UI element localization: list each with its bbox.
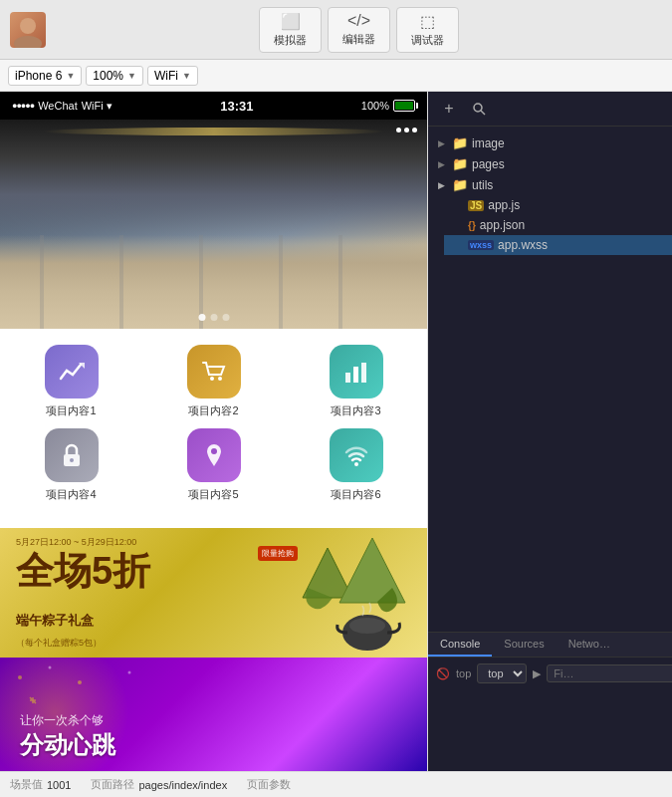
lock-icon [57,440,87,470]
icon-box-6 [330,428,383,482]
editor-label: 编辑器 [342,32,375,47]
ad-badge: 限量抢购 [258,546,298,561]
tree-arrow-utils: ▶ [438,180,448,190]
zongzi-illustration [298,528,417,658]
icon-item-6[interactable]: 项目内容6 [302,428,411,502]
simulator-icon: ⬜ [281,12,301,31]
top-label: top [456,667,471,679]
tree-folder-utils[interactable]: ▶ 📁 utils [428,174,672,195]
icon-item-3[interactable]: 项目内容3 [302,345,411,418]
tree-file-appjson[interactable]: ▶ {} app.json [444,215,672,235]
icon-box-3 [330,345,383,398]
bar-chart-icon [341,357,371,387]
ad-main-text: 全场5折 [16,552,150,590]
console-body: 🚫 top top ▶ [428,658,672,771]
filter-icon: ▶ [533,667,541,680]
banner-ceiling [0,120,427,245]
svg-rect-3 [119,235,123,330]
device-arrow-icon: ▼ [66,71,75,81]
folder-icon-image: 📁 [452,135,468,150]
js-icon: JS [468,200,484,211]
main-content: ●●●●● WeChat WiFi ▾ 13:31 100% [0,92,672,771]
banner-dot-2 [210,314,217,321]
phone-simulator: ●●●●● WeChat WiFi ▾ 13:31 100% [0,92,428,771]
svg-point-0 [20,18,36,34]
tab-console[interactable]: Console [428,633,492,657]
tree-file-appwxss[interactable]: ▶ wxss app.wxss [444,235,672,255]
scene-val: 1001 [47,779,71,791]
location-icon [199,440,229,470]
ad-sub-text: 端午粽子礼盒 [16,612,94,630]
add-file-button[interactable]: + [438,98,460,120]
tree-folder-image[interactable]: ▶ 📁 image [428,133,672,153]
filter-input[interactable] [547,664,672,682]
simulator-label: 模拟器 [274,33,307,48]
ad-banner-promo[interactable]: 让你一次杀个够 分动心跳 [0,658,427,771]
svg-point-23 [18,675,22,679]
svg-line-39 [481,111,485,115]
tree-name-appwxss: app.wxss [498,238,548,252]
tree-arrow-pages: ▶ [438,159,448,169]
icons-grid: 项目内容1 项目内容2 [0,329,427,528]
cart-icon [199,357,229,387]
params-key: 页面参数 [247,777,291,792]
banner-dot-1 [198,314,205,321]
tab-network[interactable]: Netwo… [557,633,622,657]
wifi-icon: WiFi ▾ [82,100,112,113]
svg-rect-11 [353,367,358,383]
ad2-text2: 分动心跳 [20,729,115,761]
avatar [10,12,46,48]
status-scene: 场景值 1001 [10,777,71,792]
tree-name-image: image [472,136,505,150]
icon-item-1[interactable]: 项目内容1 [17,345,126,418]
tree-file-appjs[interactable]: ▶ JS app.js [444,195,672,215]
icon-item-4[interactable]: 项目内容4 [17,428,126,502]
network-arrow-icon: ▼ [182,71,191,81]
block-icon: 🚫 [436,667,450,680]
banner-slider[interactable] [0,120,427,329]
ad-date: 5月27日12:00 ~ 5月29日12:00 [16,536,136,549]
svg-point-24 [49,666,52,669]
network-select[interactable]: WiFi ▼ [147,66,198,86]
svg-point-38 [474,104,482,112]
svg-marker-19 [339,538,405,603]
network-value: WiFi [154,69,178,83]
status-time: 13:31 [112,99,361,114]
tree-folder-pages[interactable]: ▶ 📁 pages [428,153,672,174]
debugger-button[interactable]: ⬚ 调试器 [396,7,459,53]
status-params: 页面参数 [247,777,291,792]
tab-sources[interactable]: Sources [492,633,556,657]
svg-point-22 [349,618,385,634]
context-select[interactable]: top [477,664,527,683]
banner-menu [396,128,417,133]
editor-button[interactable]: </> 编辑器 [328,7,390,53]
banner-lights [43,128,384,135]
icon-item-2[interactable]: 项目内容2 [159,345,269,418]
icon-box-4 [45,428,99,482]
svg-point-16 [354,462,358,466]
json-icon: {} [468,220,476,231]
svg-rect-2 [40,235,44,330]
icon-label-2: 项目内容2 [188,403,238,418]
phone-status-bar: ●●●●● WeChat WiFi ▾ 13:31 100% [0,92,427,120]
status-path: 页面路径 pages/index/index [91,777,227,792]
console-row-top: 🚫 top top ▶ [436,664,664,683]
zoom-select[interactable]: 100% ▼ [86,66,143,86]
icon-label-3: 项目内容3 [331,403,380,418]
simulator-button[interactable]: ⬜ 模拟器 [259,7,322,53]
wxss-icon: wxss [468,240,494,250]
folder-icon-pages: 📁 [452,156,468,171]
icon-item-5[interactable]: 项目内容5 [159,428,269,502]
chart-icon [57,357,87,387]
tree-name-appjson: app.json [480,218,525,232]
signal-icon: ●●●●● [12,101,34,111]
svg-rect-6 [338,235,342,330]
battery-pct: 100% [361,100,389,112]
icon-box-5 [187,428,241,482]
ad-banner-festival[interactable]: 5月27日12:00 ~ 5月29日12:00 全场5折 端午粽子礼盒 限量抢购 [0,528,427,658]
device-select[interactable]: iPhone 6 ▼ [8,66,82,86]
battery-fill [395,102,413,110]
banner-dot-3 [222,314,229,321]
search-files-button[interactable] [468,98,490,120]
svg-point-9 [218,377,222,381]
